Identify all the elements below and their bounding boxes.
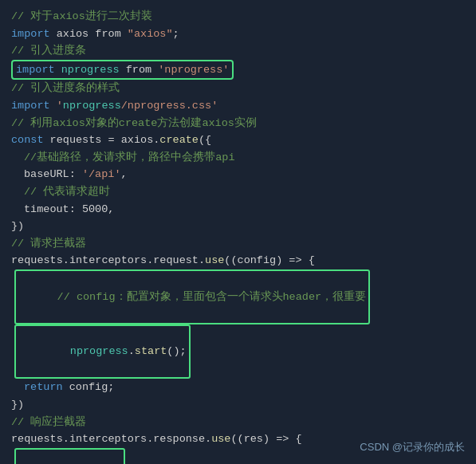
line-4-import-nprogress: import nprogress from 'nprogress' — [11, 60, 465, 81]
comment-css: // 引入进度条的样式 — [11, 80, 120, 97]
watermark: CSDN @记录你的成长 — [360, 439, 465, 456]
comment-text: // 对于axios进行二次封装 — [11, 8, 152, 26]
line-8: const requests = axios.create({ — [11, 132, 465, 149]
comment-create: // 利用axios对象的create方法创建axios实例 — [11, 115, 257, 132]
keyword-import: import — [11, 26, 57, 43]
line-10: baseURL: '/api', — [11, 166, 465, 183]
line-2: import axios from "axios"; — [11, 26, 465, 43]
line-15: requests.interceptors.request.use((confi… — [11, 252, 465, 269]
line-13: }) — [11, 218, 465, 235]
line-9: //基础路径，发请求时，路径中会携带api — [11, 149, 465, 167]
comment-import-progress: // 引入进度条 — [11, 42, 86, 60]
comment-header-highlight: // config：配置对象，里面包含一个请求头header，很重要 — [14, 269, 370, 324]
line-11: // 代表请求超时 — [11, 183, 465, 201]
nprogress-start-highlight: nprogress.start(); — [14, 324, 191, 379]
line-6: import 'nprogress/nprogress.css' — [11, 97, 465, 115]
line-14: // 请求拦截器 — [11, 235, 465, 253]
line-18: return config; — [11, 379, 465, 396]
line-12: timeout: 5000, — [11, 201, 465, 218]
line-5: // 引入进度条的样式 — [11, 80, 465, 97]
line-20: // 响应拦截器 — [11, 414, 465, 431]
line-1: // 对于axios进行二次封装 — [11, 8, 465, 26]
code-block: // 对于axios进行二次封装 import axios from "axio… — [0, 0, 476, 464]
line-17-nprogress-start: nprogress.start(); — [11, 324, 465, 379]
nprogress-import-highlight: import nprogress from 'nprogress' — [11, 60, 234, 81]
line-16-comment-highlight: // config：配置对象，里面包含一个请求头header，很重要 — [11, 269, 465, 324]
line-3: // 引入进度条 — [11, 42, 465, 60]
success-callback-highlight: // 成功回调 — [14, 448, 125, 464]
line-19: }) — [11, 396, 465, 414]
line-7: // 利用axios对象的create方法创建axios实例 — [11, 115, 465, 132]
